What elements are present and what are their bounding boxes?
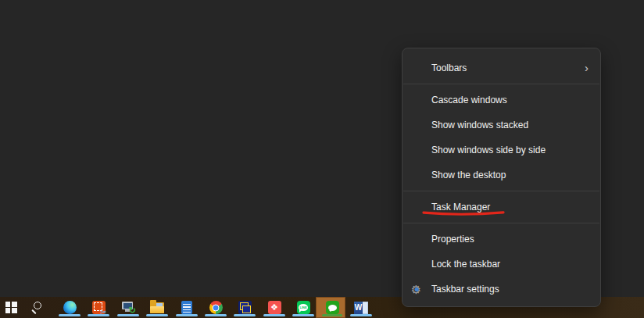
line-label: LINE (299, 305, 306, 309)
menu-item-label: Properties (431, 234, 589, 245)
line-messenger-icon: LINE (297, 301, 310, 314)
remote-desktop-icon: ↻ (121, 301, 135, 314)
search-button[interactable] (25, 297, 47, 318)
running-indicator (176, 314, 198, 316)
start-button[interactable] (0, 297, 22, 318)
menu-item-toolbars[interactable]: Toolbars › (402, 55, 600, 80)
snipping-tool-icon: ✂ (92, 301, 106, 314)
desktop: ✂ ↻ ❖ (0, 0, 644, 318)
menu-item-label: Toolbars (431, 63, 585, 73)
taskbar-context-menu: Toolbars › Cascade windows Show windows … (402, 48, 601, 307)
documents-app-icon (238, 301, 252, 314)
menu-item-label: Cascade windows (431, 95, 589, 105)
notepad-icon (181, 301, 192, 314)
running-indicator (234, 314, 256, 316)
menu-item-label: Show windows stacked (431, 120, 589, 130)
running-indicator (292, 314, 314, 316)
chrome-icon (209, 301, 223, 314)
menu-item-show-windows-side-by-side[interactable]: Show windows side by side (402, 138, 600, 163)
word-icon: W (354, 302, 368, 314)
red-diamond-app-icon: ❖ (268, 301, 281, 314)
menu-separator (403, 84, 599, 84)
menu-item-label: Taskbar settings (431, 284, 589, 295)
word-letter: W (354, 302, 363, 314)
menu-item-taskbar-settings[interactable]: ⚙ Taskbar settings (402, 277, 600, 302)
running-indicator (322, 314, 342, 316)
menu-item-label: Show the desktop (431, 170, 589, 180)
gear-icon: ⚙ (410, 283, 423, 296)
running-indicator (205, 314, 227, 316)
running-indicator (117, 314, 139, 316)
windows-start-icon (5, 302, 17, 313)
menu-separator (403, 223, 599, 223)
menu-item-show-windows-stacked[interactable]: Show windows stacked (402, 113, 600, 138)
menu-item-cascade-windows[interactable]: Cascade windows (402, 88, 600, 113)
edge-icon (63, 301, 77, 314)
menu-item-label: Show windows side by side (431, 145, 589, 155)
running-indicator (59, 314, 80, 316)
green-bubble-messenger-icon (326, 301, 339, 314)
annotation-red-underline (422, 210, 505, 217)
menu-item-lock-the-taskbar[interactable]: Lock the taskbar (402, 252, 600, 277)
file-explorer-icon (150, 302, 164, 313)
menu-item-label: Lock the taskbar (431, 259, 589, 270)
running-indicator (263, 314, 285, 316)
search-icon (30, 301, 43, 314)
menu-item-show-the-desktop[interactable]: Show the desktop (402, 163, 600, 188)
chevron-right-icon: › (585, 62, 589, 73)
menu-separator (403, 191, 599, 191)
running-indicator (88, 314, 109, 316)
menu-item-properties[interactable]: Properties (402, 227, 600, 252)
running-indicator (350, 314, 372, 316)
running-indicator (146, 314, 168, 316)
